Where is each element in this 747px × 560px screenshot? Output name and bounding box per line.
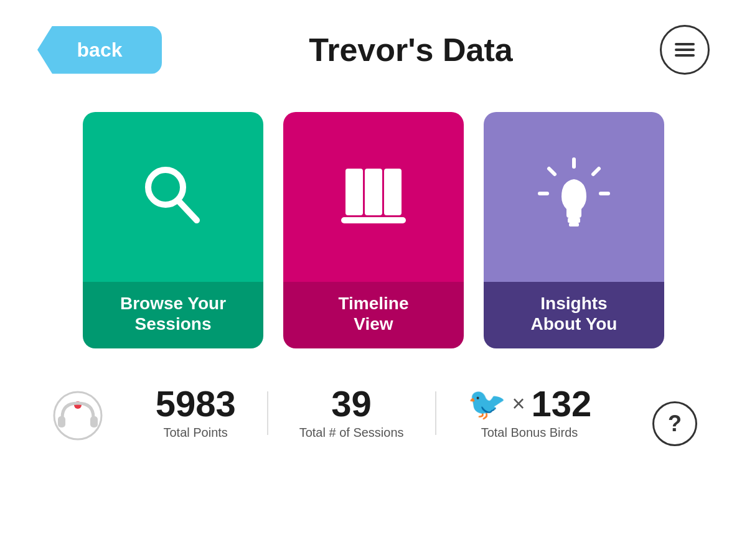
points-label: Total Points <box>156 426 236 440</box>
hamburger-icon <box>675 43 695 57</box>
sessions-label: Total # of Sessions <box>299 426 404 440</box>
page-title: Trevor's Data <box>162 31 660 68</box>
timeline-view-label: TimelineView <box>293 293 454 335</box>
points-value: 5983 <box>156 386 236 422</box>
browse-sessions-icon-area <box>83 112 263 282</box>
bird-icon: 🐦 <box>467 386 506 422</box>
times-symbol: × <box>512 391 525 417</box>
stats-area: 5983 Total Points 39 Total # of Sessions… <box>0 373 747 440</box>
svg-rect-12 <box>569 223 579 226</box>
books-icon <box>330 153 417 240</box>
svg-rect-11 <box>568 218 580 223</box>
bird-stat-row: 🐦 × 132 <box>467 386 592 422</box>
sessions-value: 39 <box>299 386 404 422</box>
lightbulb-icon <box>530 153 618 240</box>
headphone-avatar <box>50 388 106 446</box>
insights-label: InsightsAbout You <box>494 293 654 335</box>
svg-line-7 <box>593 169 599 174</box>
header: back Trevor's Data <box>0 0 747 87</box>
svg-line-1 <box>178 200 197 220</box>
svg-rect-16 <box>90 416 98 427</box>
sessions-stat: 39 Total # of Sessions <box>268 386 435 440</box>
menu-button[interactable] <box>660 25 710 75</box>
svg-rect-3 <box>365 169 382 215</box>
browse-sessions-card[interactable]: Browse YourSessions <box>83 112 263 348</box>
svg-line-9 <box>549 169 555 174</box>
timeline-view-card[interactable]: TimelineView <box>283 112 464 348</box>
timeline-view-label-area: TimelineView <box>283 282 464 348</box>
back-button[interactable]: back <box>37 26 162 74</box>
avatar-headphone-icon <box>50 388 106 444</box>
birds-label: Total Bonus Birds <box>467 426 592 440</box>
svg-rect-2 <box>345 169 363 215</box>
insights-about-you-card[interactable]: InsightsAbout You <box>484 112 664 348</box>
timeline-view-icon-area <box>283 112 464 282</box>
help-button[interactable]: ? <box>652 401 697 446</box>
cards-container: Browse YourSessions TimelineView <box>0 87 747 373</box>
svg-rect-5 <box>341 217 406 223</box>
points-stat: 5983 Total Points <box>125 386 267 440</box>
birds-value: 132 <box>532 386 592 422</box>
browse-sessions-label: Browse YourSessions <box>93 293 253 335</box>
svg-rect-4 <box>384 169 402 215</box>
browse-sessions-label-area: Browse YourSessions <box>83 282 263 348</box>
magnifying-glass-icon <box>129 153 217 240</box>
birds-stat: 🐦 × 132 Total Bonus Birds <box>436 386 623 440</box>
svg-rect-15 <box>58 416 65 427</box>
insights-label-area: InsightsAbout You <box>484 282 664 348</box>
insights-icon-area <box>484 112 664 282</box>
